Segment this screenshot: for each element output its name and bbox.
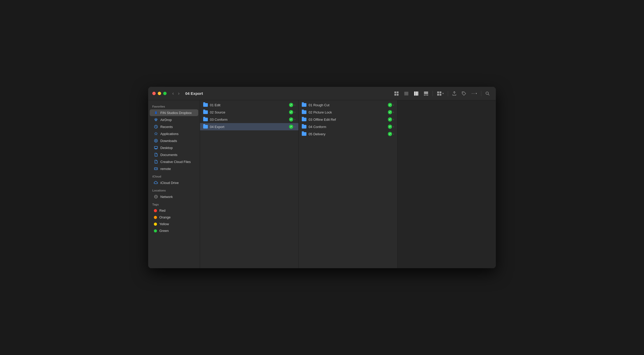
gallery-icon [424,91,428,96]
list-icon [404,91,409,96]
chevron-right-icon: › [294,118,295,121]
chevron-right-icon: › [393,103,394,107]
applications-label: Applications [160,132,179,136]
search-icon [485,91,490,96]
svg-point-26 [155,168,155,169]
table-row[interactable]: 02 Source ✓ › [200,109,298,116]
check-icon: ✓ [388,110,392,114]
creative-cloud-label: Creative Cloud Files [160,160,191,164]
sidebar-item-tag-green[interactable]: Green [150,228,198,234]
chevron-right-icon: › [393,118,394,121]
more-button[interactable]: ··· ▾ [469,90,479,97]
dropdown-arrow: ▾ [442,92,444,95]
file-status: ✓ › [289,103,295,107]
titlebar: ‹ › 04 Export [148,87,496,100]
svg-rect-8 [416,91,417,96]
file-name: 02 Picture Lock [309,110,386,114]
sidebar-item-downloads[interactable]: Downloads [150,137,198,144]
svg-rect-0 [394,91,396,93]
back-button[interactable]: ‹ [171,90,175,97]
sidebar-item-remote[interactable]: remote [150,165,198,172]
svg-rect-14 [437,91,439,93]
chevron-right-icon: › [393,110,394,114]
file-status: ✓ › [388,103,394,107]
svg-rect-5 [404,93,408,94]
table-row[interactable]: 04 Export ✓ › [200,123,298,130]
file-name: 03 Conform [210,118,287,122]
view-columns-button[interactable] [412,90,421,97]
more-dropdown-arrow: ▾ [476,92,477,95]
view-options-button[interactable]: ▾ [435,90,446,97]
close-button[interactable] [152,92,156,95]
svg-rect-24 [154,146,157,148]
sidebar-item-applications[interactable]: Applications [150,130,198,137]
sidebar-item-tag-red[interactable]: Red [150,207,198,214]
remote-label: remote [160,167,171,171]
sidebar-item-desktop[interactable]: Desktop [150,144,198,151]
dropbox-icon [154,111,158,115]
airdrop-icon [154,118,158,122]
table-row[interactable]: 02 Picture Lock ✓ › [299,109,397,116]
sidebar-item-fin-studios[interactable]: FIN Studios Dropbox [150,109,198,116]
svg-rect-10 [424,91,428,94]
sidebar-item-airdrop[interactable]: AirDrop [150,116,198,123]
sidebar-item-icloud-drive[interactable]: iCloud Drive [150,179,198,186]
sidebar-item-creative-cloud[interactable]: Creative Cloud Files [150,158,198,165]
file-name: 04 Conform [309,125,386,129]
file-name: 04 Export [210,125,287,129]
share-icon [452,91,456,96]
green-tag-label: Green [159,229,169,233]
view-gallery-button[interactable] [422,90,430,97]
folder-icon [203,125,208,129]
file-status: ✓ › [289,117,295,122]
sidebar-item-tag-orange[interactable]: Orange [150,214,198,221]
view-grid-button[interactable] [392,90,401,97]
forward-button[interactable]: › [176,90,181,97]
tag-button[interactable] [460,90,468,97]
svg-rect-27 [156,168,157,169]
maximize-button[interactable] [163,92,167,95]
airdrop-label: AirDrop [160,118,172,122]
svg-line-20 [488,94,489,95]
file-name: 01 Edit [210,103,287,107]
chevron-right-icon: › [393,132,394,136]
sidebar-item-recents[interactable]: Recents [150,123,198,130]
table-row[interactable]: 01 Rough Cut ✓ › [299,101,397,109]
toolbar-icons: ▾ ··· ▾ [392,90,492,97]
file-name: 05 Delivery [309,132,386,136]
file-name: 02 Source [210,110,287,114]
tag-icon [462,91,466,96]
svg-rect-1 [397,91,399,93]
view-options-icon [437,91,442,96]
orange-tag-label: Orange [159,215,170,219]
check-icon: ✓ [289,103,293,107]
folder-icon [203,103,208,107]
file-name: 01 Rough Cut [309,103,386,107]
view-list-button[interactable] [402,90,411,97]
table-row[interactable]: 05 Delivery ✓ › [299,130,397,138]
table-row[interactable]: 04 Conform ✓ › [299,123,397,130]
share-button[interactable] [450,90,458,97]
documents-icon [154,153,158,157]
sidebar-item-documents[interactable]: Documents [150,151,198,158]
svg-rect-11 [424,95,425,96]
red-tag-label: Red [159,209,166,212]
network-label: Network [160,195,173,199]
sidebar-item-network[interactable]: Network [150,193,198,200]
svg-rect-2 [394,94,396,96]
table-row[interactable]: 03 Offline Edit Ref ✓ › [299,116,397,123]
minimize-button[interactable] [158,92,161,95]
sidebar-item-tag-yellow[interactable]: Yellow [150,221,198,227]
icloud-icon [154,181,158,185]
tags-label: Tags [148,200,200,207]
table-row[interactable]: 03 Conform ✓ › [200,116,298,123]
table-row[interactable]: 01 Edit ✓ › [200,101,298,109]
file-status: ✓ › [388,132,394,136]
chevron-right-icon: › [294,103,295,107]
chevron-right-icon: › [294,125,295,129]
search-button[interactable] [483,90,492,97]
documents-label: Documents [160,153,177,157]
icloud-drive-label: iCloud Drive [160,181,179,185]
svg-rect-9 [417,91,418,96]
svg-point-18 [463,92,463,93]
